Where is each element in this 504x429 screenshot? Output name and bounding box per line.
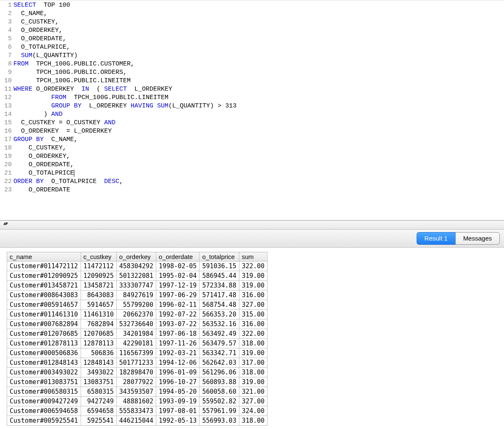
column-header[interactable]: o_totalprice bbox=[200, 252, 239, 262]
code-line[interactable]: 3 C_CUSTKEY, bbox=[0, 18, 504, 26]
code-line[interactable]: 1SELECT TOP 100 bbox=[0, 1, 504, 10]
code-line[interactable]: 20 O_ORDERDATE, bbox=[0, 161, 504, 169]
table-cell: 1994-12-06 bbox=[156, 358, 200, 368]
column-header[interactable]: c_custkey bbox=[81, 252, 116, 262]
tab-result[interactable]: Result 1 bbox=[417, 232, 456, 245]
table-cell: Customer#013458721 bbox=[7, 281, 81, 290]
table-cell: 42290181 bbox=[116, 339, 156, 348]
table-cell: 1993-09-19 bbox=[156, 397, 200, 406]
code-line[interactable]: 19 O_ORDERKEY, bbox=[0, 152, 504, 161]
table-cell: 1997-08-01 bbox=[156, 406, 200, 416]
table-row[interactable]: Customer#00349302234930221828984701996-0… bbox=[7, 368, 268, 377]
table-row[interactable]: Customer#00768289476828945327366401993-0… bbox=[7, 319, 268, 329]
table-row[interactable]: Customer#0094272499427249488816021993-09… bbox=[7, 397, 268, 406]
table-row[interactable]: Customer#00658031565803153435935071994-0… bbox=[7, 387, 268, 397]
table-row[interactable]: Customer#01308375113083751280779221996-1… bbox=[7, 377, 268, 387]
table-row[interactable]: Customer#0086430838643083849276191997-06… bbox=[7, 290, 268, 300]
table-cell: 563479.57 bbox=[200, 339, 239, 348]
code-text: C_CUSTKEY, bbox=[13, 18, 59, 26]
table-cell: 1992-07-22 bbox=[156, 310, 200, 319]
code-line[interactable]: 17GROUP BY C_NAME, bbox=[0, 136, 504, 144]
code-text: O_ORDERDATE, bbox=[13, 35, 66, 43]
table-cell: Customer#012848143 bbox=[7, 358, 81, 368]
code-line[interactable]: 22ORDER BY O_TOTALPRICE DESC, bbox=[0, 178, 504, 186]
line-number: 22 bbox=[0, 178, 13, 186]
code-line[interactable]: 12 FROM TPCH_100G.PUBLIC.LINEITEM bbox=[0, 94, 504, 102]
code-line[interactable]: 2 C_NAME, bbox=[0, 10, 504, 18]
sql-editor[interactable]: 1SELECT TOP 1002 C_NAME,3 C_CUSTKEY,4 O_… bbox=[0, 0, 504, 220]
table-cell: 55799200 bbox=[116, 300, 156, 310]
table-row[interactable]: Customer#011472112114721124583042921998-… bbox=[7, 262, 268, 271]
code-line[interactable]: 18 C_CUSTKEY, bbox=[0, 144, 504, 152]
table-cell: 319.00 bbox=[239, 377, 267, 387]
table-cell: 116567399 bbox=[116, 348, 156, 358]
pane-divider[interactable]: ▲▼ bbox=[0, 220, 504, 230]
table-cell: Customer#007682894 bbox=[7, 319, 81, 329]
line-number: 4 bbox=[0, 26, 13, 35]
code-line[interactable]: 4 O_ORDERKEY, bbox=[0, 26, 504, 35]
code-line[interactable]: 15 C_CUSTKEY = O_CUSTKEY AND bbox=[0, 119, 504, 127]
table-cell: 13083751 bbox=[81, 377, 116, 387]
code-line[interactable]: 23 O_ORDERDATE bbox=[0, 186, 504, 194]
table-cell: Customer#009427249 bbox=[7, 397, 81, 406]
code-line[interactable]: 7 SUM(L_QUANTITY) bbox=[0, 52, 504, 60]
table-row[interactable]: Customer#013458721134587213333077471997-… bbox=[7, 281, 268, 290]
code-line[interactable]: 5 O_ORDERDATE, bbox=[0, 35, 504, 43]
table-cell: 1993-07-22 bbox=[156, 319, 200, 329]
table-cell: 333307747 bbox=[116, 281, 156, 290]
code-text: GROUP BY L_ORDERKEY HAVING SUM(L_QUANTIT… bbox=[13, 102, 236, 110]
table-cell: 446215044 bbox=[116, 416, 156, 426]
table-row[interactable]: Customer#00592554159255414462150441992-0… bbox=[7, 416, 268, 426]
line-number: 10 bbox=[0, 77, 13, 85]
table-row[interactable]: Customer#01146131011461310206623701992-0… bbox=[7, 310, 268, 319]
code-line[interactable]: 6 O_TOTALPRICE, bbox=[0, 43, 504, 52]
line-number: 13 bbox=[0, 102, 13, 110]
column-header[interactable]: c_name bbox=[7, 252, 81, 262]
table-row[interactable]: Customer#0005068365068361165673991992-03… bbox=[7, 348, 268, 358]
table-cell: 532736640 bbox=[116, 319, 156, 329]
results-table[interactable]: c_namec_custkeyo_orderkeyo_orderdateo_to… bbox=[7, 252, 268, 426]
table-cell: 1998-02-05 bbox=[156, 262, 200, 271]
table-cell: 6580315 bbox=[81, 387, 116, 397]
code-line[interactable]: 14 ) AND bbox=[0, 110, 504, 119]
table-cell: Customer#012090925 bbox=[7, 271, 81, 281]
table-cell: 3493022 bbox=[81, 368, 116, 377]
table-cell: 84927619 bbox=[116, 290, 156, 300]
line-number: 14 bbox=[0, 110, 13, 119]
tab-messages[interactable]: Messages bbox=[455, 232, 500, 245]
column-header[interactable]: sum bbox=[239, 252, 267, 262]
line-number: 7 bbox=[0, 52, 13, 60]
code-text: ) AND bbox=[13, 110, 63, 119]
table-cell: 563342.71 bbox=[200, 348, 239, 358]
table-cell: 559502.82 bbox=[200, 397, 239, 406]
table-row[interactable]: Customer#012090925120909255013220811995-… bbox=[7, 271, 268, 281]
column-header[interactable]: o_orderdate bbox=[156, 252, 200, 262]
table-cell: Customer#000506836 bbox=[7, 348, 81, 358]
table-row[interactable]: Customer#00659465865946585558334731997-0… bbox=[7, 406, 268, 416]
table-cell: 556993.03 bbox=[200, 416, 239, 426]
code-line[interactable]: 11WHERE O_ORDERKEY IN ( SELECT L_ORDERKE… bbox=[0, 85, 504, 94]
table-cell: Customer#012070685 bbox=[7, 329, 81, 339]
table-row[interactable]: Customer#01287811312878113422901811997-1… bbox=[7, 339, 268, 348]
code-text: O_ORDERKEY, bbox=[13, 26, 63, 35]
table-cell: 319.00 bbox=[239, 271, 267, 281]
table-cell: 321.00 bbox=[239, 387, 267, 397]
code-text: FROM TPCH_100G.PUBLIC.CUSTOMER, bbox=[13, 60, 134, 68]
line-number: 21 bbox=[0, 169, 13, 178]
code-line[interactable]: 13 GROUP BY L_ORDERKEY HAVING SUM(L_QUAN… bbox=[0, 102, 504, 110]
code-line[interactable]: 8FROM TPCH_100G.PUBLIC.CUSTOMER, bbox=[0, 60, 504, 68]
code-text: C_CUSTKEY = O_CUSTKEY AND bbox=[13, 119, 116, 127]
table-cell: 12070685 bbox=[81, 329, 116, 339]
table-cell: 327.00 bbox=[239, 397, 267, 406]
line-number: 2 bbox=[0, 10, 13, 18]
code-line[interactable]: 21 O_TOTALPRICE bbox=[0, 169, 504, 178]
code-line[interactable]: 9 TPCH_100G.PUBLIC.ORDERS, bbox=[0, 68, 504, 77]
table-row[interactable]: Customer#01207068512070685342019841997-0… bbox=[7, 329, 268, 339]
table-cell: 343593507 bbox=[116, 387, 156, 397]
table-row[interactable]: Customer#012848143128481435017712331994-… bbox=[7, 358, 268, 368]
code-line[interactable]: 16 O_ORDERKEY = L_ORDERKEY bbox=[0, 127, 504, 136]
code-line[interactable]: 10 TPCH_100G.PUBLIC.LINEITEM bbox=[0, 77, 504, 85]
table-cell: 555833473 bbox=[116, 406, 156, 416]
column-header[interactable]: o_orderkey bbox=[116, 252, 156, 262]
table-row[interactable]: Customer#0059146575914657557992001996-02… bbox=[7, 300, 268, 310]
